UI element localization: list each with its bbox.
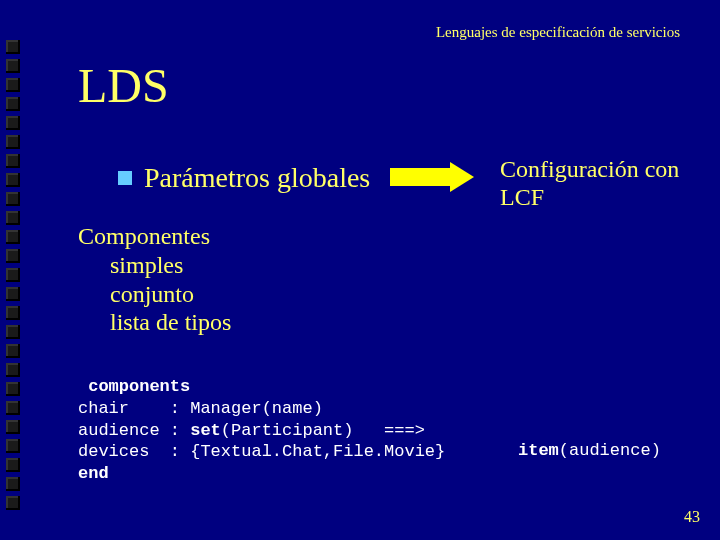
componentes-item: simples xyxy=(110,251,231,280)
code-keyword: end xyxy=(78,464,109,483)
componentes-block: Componentes simples conjunto lista de ti… xyxy=(78,222,231,337)
slide-header: Lenguajes de especificación de servicios xyxy=(436,24,680,41)
bullet-text: Parámetros globales xyxy=(144,162,370,194)
page-number: 43 xyxy=(684,508,700,526)
code-line-part: audience : xyxy=(78,421,190,440)
bullet-square-icon xyxy=(118,171,132,185)
code-line-part: (Participant) ===> xyxy=(221,421,425,440)
code-keyword: set xyxy=(190,421,221,440)
item-expression: item(audience) xyxy=(518,441,661,460)
componentes-item: conjunto xyxy=(110,280,231,309)
code-block: components chair : Manager(name) audienc… xyxy=(78,376,445,485)
arrow-right-icon xyxy=(390,162,480,192)
decorative-squares-column xyxy=(6,40,20,510)
code-line: devices : {Textual.Chat,File.Movie} xyxy=(78,442,445,461)
bullet-row: Parámetros globales xyxy=(118,162,370,194)
componentes-head: Componentes xyxy=(78,222,231,251)
item-rest: (audience) xyxy=(559,441,661,460)
slide-title: LDS xyxy=(78,58,169,113)
code-keyword: components xyxy=(88,377,190,396)
code-line: chair : Manager(name) xyxy=(78,399,323,418)
componentes-item: lista de tipos xyxy=(110,308,231,337)
config-label: Configuración con LCF xyxy=(500,156,679,211)
item-keyword: item xyxy=(518,441,559,460)
config-line1: Configuración con xyxy=(500,156,679,184)
config-line2: LCF xyxy=(500,184,679,212)
